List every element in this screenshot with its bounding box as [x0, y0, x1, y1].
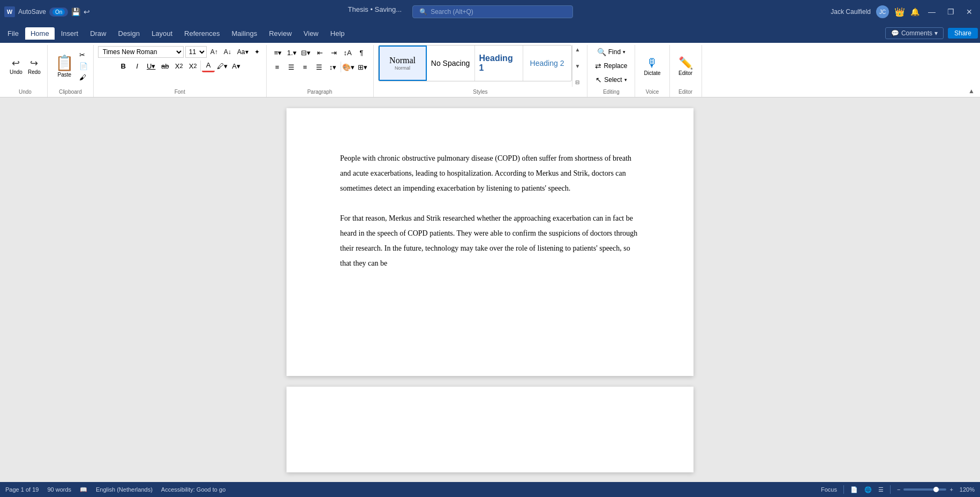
- notification-icon[interactable]: 🔔: [910, 7, 919, 16]
- zoom-slider[interactable]: − +: [897, 486, 953, 493]
- document-area[interactable]: People with chronic obstructive pulmonar…: [0, 97, 980, 482]
- bold-button[interactable]: B: [117, 59, 130, 72]
- decrease-font-button[interactable]: A↓: [222, 47, 233, 57]
- font-size-select[interactable]: 11: [185, 46, 207, 58]
- borders-button[interactable]: ⊞▾: [356, 61, 369, 73]
- zoom-out-icon[interactable]: −: [897, 486, 900, 493]
- multilevel-button[interactable]: ⊟▾: [299, 46, 312, 59]
- menu-references[interactable]: References: [179, 27, 225, 40]
- select-chevron: ▾: [624, 77, 627, 82]
- strikethrough-button[interactable]: ab: [159, 59, 171, 72]
- web-layout-icon[interactable]: 🌐: [864, 486, 872, 493]
- find-button[interactable]: 🔍 Find ▾: [594, 46, 629, 58]
- voice-content: 🎙 Dictate: [639, 45, 665, 87]
- highlight-button[interactable]: 🖊▾: [216, 59, 229, 72]
- align-right-button[interactable]: ≡: [299, 61, 312, 73]
- font-group-label: Font: [98, 87, 262, 95]
- page-info: Page 1 of 19: [5, 486, 39, 493]
- title-bar: W AutoSave On 💾 ↩ Thesis • Saving... 🔍 S…: [0, 0, 980, 24]
- ribbon-group-paragraph: ≡▾ 1.▾ ⊟▾ ⇤ ⇥ ↕A ¶ ≡ ☰ ≡ ☰ ↕▾ 🎨▾ ⊞▾ Para…: [267, 45, 374, 97]
- style-no-spacing[interactable]: No Spacing: [427, 46, 475, 81]
- editor-button[interactable]: ✏️ Editor: [674, 54, 697, 78]
- decrease-indent-button[interactable]: ⇤: [313, 46, 326, 59]
- focus-button[interactable]: Focus: [821, 486, 837, 493]
- bullets-button[interactable]: ≡▾: [272, 46, 284, 59]
- crown-icon: 👑: [894, 7, 905, 17]
- align-center-button[interactable]: ☰: [285, 61, 298, 73]
- justify-button[interactable]: ☰: [313, 61, 326, 73]
- word-count: 90 words: [47, 486, 71, 493]
- style-heading1[interactable]: Heading 1: [475, 46, 523, 81]
- zoom-in-icon[interactable]: +: [949, 486, 953, 493]
- sort-button[interactable]: ↕A: [341, 46, 354, 59]
- text-color-button[interactable]: A▾: [230, 59, 243, 72]
- line-spacing-button[interactable]: ↕▾: [327, 61, 340, 73]
- shading-button[interactable]: 🎨▾: [342, 61, 355, 73]
- menu-insert[interactable]: Insert: [56, 27, 84, 40]
- paste-label: Paste: [58, 72, 72, 78]
- style-heading2[interactable]: Heading 2: [523, 46, 571, 81]
- change-case-button[interactable]: Aa▾: [235, 47, 251, 57]
- copy-button[interactable]: 📄: [78, 61, 89, 71]
- style-heading1-label: Heading 1: [479, 54, 518, 73]
- menu-layout[interactable]: Layout: [146, 27, 178, 40]
- menu-view[interactable]: View: [298, 27, 324, 40]
- select-button[interactable]: ↖ Select ▾: [592, 74, 630, 86]
- select-icon: ↖: [595, 76, 602, 84]
- font-color-button[interactable]: A: [202, 59, 215, 72]
- italic-button[interactable]: I: [131, 59, 144, 72]
- menu-mailings[interactable]: Mailings: [227, 27, 263, 40]
- styles-more[interactable]: ⊟: [574, 79, 582, 86]
- styles-gallery: Normal Normal No Spacing Heading 1 Headi…: [378, 45, 572, 81]
- menu-draw[interactable]: Draw: [85, 27, 111, 40]
- show-formatting-button[interactable]: ¶: [355, 46, 368, 59]
- menu-file[interactable]: File: [2, 27, 24, 40]
- increase-indent-button[interactable]: ⇥: [327, 46, 340, 59]
- align-left-button[interactable]: ≡: [271, 61, 284, 73]
- undo-history-icon[interactable]: ↩: [84, 7, 90, 16]
- ribbon-collapse-button[interactable]: ▲: [966, 85, 977, 97]
- superscript-button[interactable]: X2: [186, 59, 199, 72]
- format-painter-button[interactable]: 🖌: [78, 72, 89, 82]
- menu-review[interactable]: Review: [263, 27, 297, 40]
- reading-ease-icon: 📖: [80, 486, 87, 493]
- menu-home[interactable]: Home: [25, 27, 55, 40]
- comments-button[interactable]: 💬 Comments ▾: [885, 27, 944, 39]
- style-normal[interactable]: Normal Normal: [379, 46, 427, 81]
- search-box[interactable]: 🔍 Search (Alt+Q): [412, 5, 573, 18]
- undo-label: Undo: [10, 69, 22, 75]
- styles-scroll-up[interactable]: ▲: [574, 46, 582, 53]
- menu-design[interactable]: Design: [113, 27, 145, 40]
- redo-label: Redo: [28, 69, 41, 75]
- increase-font-button[interactable]: A↑: [208, 47, 220, 57]
- restore-button[interactable]: ❐: [944, 7, 958, 16]
- numbering-button[interactable]: 1.▾: [285, 46, 298, 59]
- zoom-level[interactable]: 120%: [960, 486, 975, 493]
- app-icon[interactable]: W: [4, 6, 15, 17]
- save-icon[interactable]: 💾: [71, 7, 80, 16]
- styles-scroll-down[interactable]: ▼: [574, 63, 582, 70]
- replace-button[interactable]: ⇄ Replace: [592, 60, 630, 72]
- dictate-button[interactable]: 🎙 Dictate: [639, 54, 665, 78]
- ribbon-group-editor: ✏️ Editor Editor: [670, 45, 702, 97]
- autosave-toggle[interactable]: On: [49, 7, 68, 17]
- redo-button[interactable]: ↪ Redo: [26, 55, 43, 77]
- minimize-button[interactable]: —: [925, 7, 939, 16]
- paragraph-2: For that reason, Merkus and Strik resear…: [340, 211, 640, 271]
- menu-help[interactable]: Help: [325, 27, 350, 40]
- share-button[interactable]: Share: [948, 28, 978, 39]
- editor-icon: ✏️: [679, 56, 693, 70]
- undo-button[interactable]: ↩ Undo: [7, 55, 25, 77]
- cut-button[interactable]: ✂: [78, 50, 89, 60]
- language: English (Netherlands): [96, 486, 153, 493]
- comment-icon: 💬: [891, 29, 899, 37]
- font-name-select[interactable]: Times New Roman: [98, 46, 184, 58]
- print-layout-icon[interactable]: 📄: [850, 486, 858, 493]
- find-icon: 🔍: [597, 48, 606, 56]
- close-button[interactable]: ✕: [963, 7, 976, 16]
- clear-formatting-button[interactable]: ✦: [252, 47, 262, 57]
- outline-icon[interactable]: ☰: [878, 486, 884, 493]
- subscript-button[interactable]: X2: [172, 59, 185, 72]
- underline-button[interactable]: U▾: [145, 59, 157, 72]
- paste-button[interactable]: 📋 Paste: [52, 52, 77, 80]
